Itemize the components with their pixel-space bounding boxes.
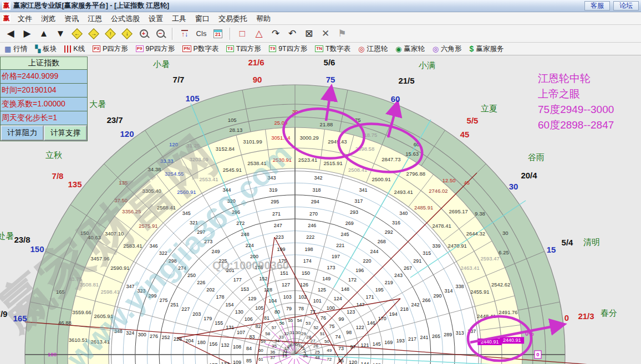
dollar-icon: $ [470,44,474,53]
module-button-9T四方形[interactable]: T99T四方形 [269,44,307,54]
spiral-number: 78 [298,306,304,311]
module-button-P数字表[interactable]: PNP数字表 [182,44,218,54]
menu-item-6[interactable]: 工具 [167,13,191,24]
outer-price-label: 2847.73 [381,156,400,162]
module-label: 六角形 [441,44,462,54]
menu-item-3[interactable]: 江恩 [83,13,106,24]
wheel-outer-label: 谷雨 [528,152,545,163]
spiral-number: 122 [356,325,364,330]
module-button-K线[interactable]: K线 [64,44,85,54]
spiral-number: 293 [350,209,358,215]
menu-item-4[interactable]: 公式选股 [106,13,144,24]
rect-tool-button[interactable]: □ [235,27,250,40]
spiral-number: 269 [345,221,354,226]
watermark-2: QQ:100090360 [212,259,289,272]
outer-price-label: 3152.84 [216,146,235,152]
spiral-number: 152 [260,276,268,281]
spiral-number: 27 [311,339,316,344]
target-red-icon: ◎ [358,45,364,53]
forward-button[interactable]: ▶ [20,27,34,40]
wheel-outer-label: 21/6 [248,58,264,67]
cls-button[interactable]: Cls [194,27,208,40]
inner-price-label: 2508.41 [348,167,367,173]
flag-tool-button[interactable]: ⚑ [335,27,349,40]
forum-button[interactable]: 论坛 [613,1,639,11]
boxed-x-tool-button[interactable]: ⊠ [302,27,316,40]
spiral-number: 172 [348,277,357,283]
spiral-number: 131 [226,325,234,330]
wheel-outer-label: 小满 [419,60,435,71]
spiral-number: 9 [287,344,290,349]
module-button-赢家服务[interactable]: $赢家服务 [470,44,504,54]
spiral-number: 217 [408,336,416,342]
menu-item-5[interactable]: 设置 [144,13,167,24]
triangle-tool-button[interactable]: △ [252,27,266,40]
wheel-outer-label: 20/4 [521,171,537,180]
pan-right-button[interactable]: → [87,27,101,40]
annotation-line-2: 75度2949--3000 [538,102,614,117]
spiral-number: 34 [274,339,279,344]
menu-item-9[interactable]: 帮助 [252,13,275,24]
customer-service-button[interactable]: 客服 [584,1,610,11]
sort-updown-button[interactable]: ↑↓ [177,27,192,40]
spiral-number: 296 [232,209,240,215]
module-button-江恩轮[interactable]: ◎江恩轮 [358,44,388,54]
module-button-P四方形[interactable]: P3P四方形 [93,44,128,54]
spiral-number: 270 [309,211,318,217]
calendar-button[interactable]: 21 [211,27,225,40]
menu-item-7[interactable]: 窗口 [191,13,214,24]
calc-resistance-button[interactable]: 计算阻力 [1,125,44,141]
arc-cw-tool-button[interactable]: ↷ [268,27,283,40]
spiral-number: 7 [292,342,295,347]
spiral-number: 29 [301,331,306,336]
module-button-六角形[interactable]: ◎六角形 [433,44,462,54]
calc-support-button[interactable]: 计算支撑 [44,125,87,141]
degree-label: 165 [56,289,65,295]
menu-item-0[interactable]: 文件 [13,13,37,24]
spiral-number: 219 [385,280,393,285]
outer-price-label-highlight: 2440.91 [503,337,521,343]
menu-item-1[interactable]: 浏览 [37,13,60,24]
pan-up-button[interactable]: ↑ [103,27,118,40]
spiral-number: 346 [150,243,158,249]
inner-price-label: 2470.91 [448,243,467,249]
spiral-number: 108 [233,344,241,350]
module-button-9P四方形[interactable]: P99P四方形 [136,44,175,54]
module-button-T四方形[interactable]: T3T四方形 [226,44,261,54]
spiral-number: 294 [311,199,319,204]
spiral-number: 105 [255,305,263,311]
rotate-up-button[interactable]: ▲ [37,27,51,40]
spiral-number: 176 [255,265,263,270]
arc-ccw-tool-button[interactable]: ↶ [285,27,299,40]
module-label: 行情 [13,44,27,54]
zoom-extents-button[interactable]: ✕ [318,27,333,40]
inner-price-label: 2515.91 [323,160,342,166]
spiral-number: 25 [315,350,320,355]
module-button-T数字表[interactable]: TNT数字表 [315,44,350,54]
pan-left-button[interactable]: ← [70,27,84,40]
outer-price-label: 2542.62 [491,281,510,288]
spiral-number: 348 [114,329,123,334]
app-logo-icon: 赢 [2,2,11,10]
pan-down-button[interactable]: ↓ [120,27,134,40]
back-button[interactable]: ◀ [3,27,18,40]
modules-toolbar: ▦行情▚板块K线P3P四方形P99P四方形PNP数字表T3T四方形T99T四方形… [0,43,641,55]
module-button-行情[interactable]: ▦行情 [4,44,27,54]
zoom-out-button[interactable]: − [153,27,167,40]
degree-label: 180 [48,351,57,357]
menu-item-2[interactable]: 资讯 [60,13,83,24]
module-button-板块[interactable]: ▚板块 [35,44,57,54]
inner-price-label: 2545.91 [223,167,242,173]
spiral-number: 179 [204,316,212,321]
spiral-number: 109 [233,360,241,364]
zoom-in-button[interactable]: + [136,27,151,40]
spiral-number: 10 [284,346,289,351]
spiral-number: 173 [327,265,335,270]
annotation-text-block: 江恩轮中轮上帝之眼75度2949--300060度2898--2847 [538,71,614,133]
updown-icon: ↑↓ [181,30,188,38]
module-button-赢家轮[interactable]: ◉赢家轮 [395,44,425,54]
rotate-down-button[interactable]: ▼ [53,27,68,40]
menu-item-8[interactable]: 交易委托 [214,13,252,24]
spiral-number: 50 [324,339,329,344]
degree-label: 30 [502,230,508,236]
